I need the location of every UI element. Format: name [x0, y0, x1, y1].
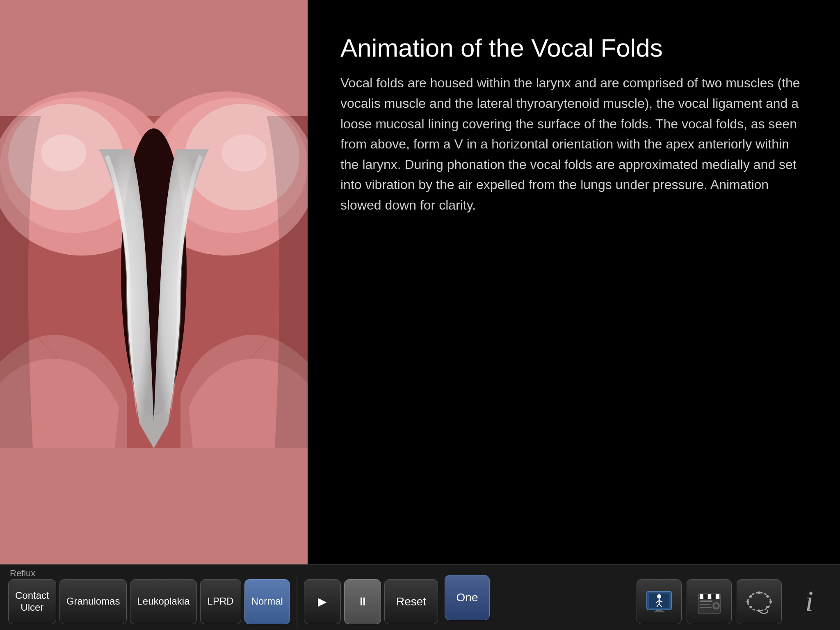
- svg-rect-24: [708, 594, 711, 599]
- animation-button[interactable]: [637, 579, 682, 624]
- reset-label: Reset: [396, 595, 426, 608]
- nav-btn-leukoplakia[interactable]: Leukoplakia: [130, 579, 196, 624]
- nav-btn-granulomas[interactable]: Granulomas: [59, 579, 127, 624]
- lasso-icon: [745, 587, 774, 616]
- clapper-button[interactable]: [687, 579, 732, 624]
- svg-point-8: [221, 135, 267, 171]
- info-button[interactable]: i: [787, 579, 832, 624]
- nav-btn-lprd[interactable]: LPRD: [200, 579, 241, 624]
- reflux-label: Reflux: [10, 568, 35, 579]
- svg-point-38: [750, 606, 752, 608]
- clapper-icon: [695, 587, 724, 616]
- svg-point-36: [766, 606, 769, 608]
- nav-buttons: ContactUlcer Granulomas Leukoplakia LPRD…: [8, 579, 290, 624]
- main-container: Animation of the Vocal Folds Vocal folds…: [0, 0, 840, 630]
- svg-point-12: [657, 594, 661, 598]
- svg-rect-29: [700, 607, 712, 608]
- svg-point-35: [769, 600, 772, 603]
- svg-rect-22: [700, 594, 703, 599]
- description-text: Vocal folds are housed within the larynx…: [340, 73, 807, 215]
- toolbar-divider: [297, 577, 297, 626]
- nav-btn-normal[interactable]: Normal: [244, 579, 290, 624]
- play-icon: ▶: [318, 595, 327, 608]
- one-button[interactable]: One: [445, 575, 490, 620]
- toolbar: Reflux ContactUlcer Granulomas Leukoplak…: [0, 564, 840, 630]
- one-label: One: [457, 591, 478, 604]
- svg-rect-25: [712, 594, 715, 599]
- page-title: Animation of the Vocal Folds: [340, 33, 807, 63]
- svg-rect-26: [716, 594, 719, 599]
- svg-rect-23: [704, 594, 707, 599]
- svg-point-39: [746, 600, 749, 603]
- pause-button[interactable]: ⏸: [344, 579, 381, 624]
- lasso-button[interactable]: [737, 579, 782, 624]
- svg-rect-19: [654, 611, 664, 612]
- svg-point-34: [766, 595, 769, 598]
- play-button[interactable]: ▶: [304, 579, 341, 624]
- reset-button[interactable]: Reset: [384, 579, 438, 624]
- content-area: Animation of the Vocal Folds Vocal folds…: [0, 0, 840, 564]
- text-panel: Animation of the Vocal Folds Vocal folds…: [308, 0, 840, 564]
- animation-icon: [645, 587, 673, 616]
- svg-point-31: [714, 604, 718, 607]
- svg-rect-27: [700, 600, 712, 602]
- pause-icon: ⏸: [357, 595, 368, 608]
- svg-point-4: [41, 135, 86, 171]
- svg-rect-18: [656, 610, 662, 611]
- svg-point-33: [758, 591, 760, 594]
- icon-buttons: i: [637, 579, 832, 624]
- info-icon: i: [805, 584, 813, 619]
- vocal-fold-illustration: [0, 0, 308, 564]
- control-buttons: ▶ ⏸ Reset: [304, 579, 438, 624]
- svg-rect-28: [700, 604, 710, 605]
- image-panel: [0, 0, 308, 564]
- nav-btn-contact-ulcer[interactable]: ContactUlcer: [8, 579, 56, 624]
- svg-point-40: [750, 595, 752, 598]
